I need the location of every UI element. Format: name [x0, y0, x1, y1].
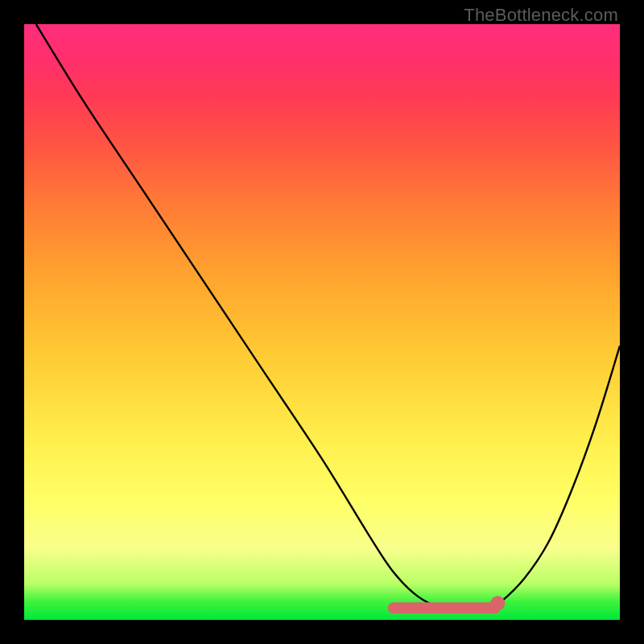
watermark-text: TheBottleneck.com — [464, 5, 618, 26]
chart-frame: TheBottleneck.com — [0, 0, 644, 644]
bottleneck-curve — [36, 24, 620, 611]
bottleneck-curve-svg — [24, 24, 620, 620]
plot-area — [24, 24, 620, 620]
trough-marker-dot — [490, 596, 505, 610]
